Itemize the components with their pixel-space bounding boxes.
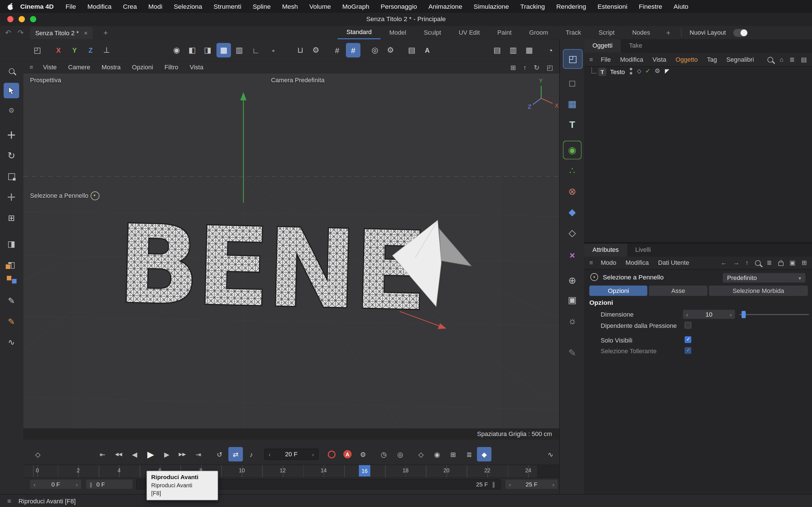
end-left-icon[interactable]: ‹: [509, 482, 511, 487]
coordinate-system-icon[interactable]: ⊥: [100, 43, 114, 57]
layout-standard[interactable]: Standard: [338, 26, 380, 40]
dimension-slider-handle[interactable]: [742, 311, 746, 318]
viewport-canvas[interactable]: BENE BENE Y Z X P: [23, 73, 559, 440]
layout-manager-icon[interactable]: ◰: [563, 49, 583, 69]
viewport-hamburger-icon[interactable]: ≡: [23, 64, 38, 71]
stepper-left-icon[interactable]: ‹: [686, 311, 688, 318]
vp-menu-opzioni[interactable]: Opzioni: [126, 64, 159, 71]
mograph-icon[interactable]: ∴: [563, 161, 581, 180]
cycle-mode-icon[interactable]: ⇄: [229, 447, 243, 461]
layout-nodes[interactable]: Nodes: [623, 26, 659, 39]
coordinates-tool-icon[interactable]: ⊞: [4, 210, 19, 226]
history-forward-icon[interactable]: →: [733, 259, 739, 267]
next-frame-icon[interactable]: ▶: [160, 447, 174, 461]
quantize-grid-icon[interactable]: #: [346, 43, 360, 57]
transform-tool-icon[interactable]: [4, 189, 19, 205]
color-swatch-orange[interactable]: [5, 264, 11, 270]
redo-icon[interactable]: ↷: [17, 26, 24, 40]
vp-menu-camere[interactable]: Camere: [62, 64, 96, 71]
objects-home-icon[interactable]: ⌂: [779, 56, 783, 63]
obj-menu-file[interactable]: File: [596, 56, 615, 63]
menu-volume[interactable]: Volume: [304, 3, 337, 10]
playhead-marker[interactable]: 16: [359, 465, 370, 476]
copy-panel-icon[interactable]: ▣: [790, 259, 795, 267]
text-object-icon[interactable]: T: [563, 115, 581, 134]
render-settings-a-icon[interactable]: A: [420, 43, 435, 57]
select-tool-icon[interactable]: [4, 83, 19, 98]
section-heading[interactable]: Opzioni: [589, 299, 613, 306]
menu-simulazione[interactable]: Simulazione: [468, 3, 515, 10]
camera-label[interactable]: Camera Predefinita: [246, 76, 349, 84]
scale-tool-icon[interactable]: [4, 169, 19, 184]
tab-take[interactable]: Take: [621, 40, 651, 53]
menu-animazione[interactable]: Animazione: [423, 3, 468, 10]
dimension-value[interactable]: 10: [705, 311, 712, 318]
obj-menu-modifica[interactable]: Modifica: [615, 56, 648, 63]
keying-settings-icon[interactable]: ⚙: [356, 447, 370, 461]
field-axis-icon[interactable]: ×: [563, 246, 581, 265]
playback-clock-icon[interactable]: ◷: [376, 447, 391, 461]
axis-y-toggle[interactable]: Y: [67, 43, 82, 57]
obj-menu-segnalibri[interactable]: Segnalibri: [722, 56, 759, 63]
menu-file[interactable]: File: [60, 3, 82, 10]
end-frame-value[interactable]: 25 F: [525, 481, 538, 487]
vp-menu-viste[interactable]: Viste: [37, 64, 62, 71]
annotate-icon[interactable]: ✎: [563, 344, 581, 362]
record-keyframe-icon[interactable]: [324, 447, 339, 461]
menu-estensioni[interactable]: Estensioni: [592, 3, 633, 10]
sculpt-pull-icon[interactable]: ◨: [4, 236, 19, 251]
pressure-checkbox[interactable]: [684, 322, 691, 328]
menu-mograph[interactable]: MoGraph: [337, 3, 375, 10]
frame-right-icon[interactable]: ›: [312, 452, 314, 457]
dimension-stepper[interactable]: ‹ 10 ›: [682, 309, 735, 319]
close-tab-icon[interactable]: ×: [84, 30, 88, 37]
menu-personaggio[interactable]: Personaggio: [375, 3, 423, 10]
attributes-search-icon[interactable]: [755, 260, 760, 266]
workplane-icon[interactable]: ∟: [249, 43, 263, 57]
range-end-handle-icon[interactable]: ∥: [492, 481, 495, 488]
start-frame-field[interactable]: ‹ 0 F ›: [30, 479, 82, 490]
volume-icon[interactable]: ◇: [563, 223, 581, 242]
texture-mode-icon[interactable]: ◨: [200, 43, 215, 57]
zoom-window-button[interactable]: [30, 16, 36, 22]
shape-primitive-icon[interactable]: □: [563, 74, 581, 93]
menu-strumenti[interactable]: Strumenti: [208, 3, 247, 10]
obj-menu-tag[interactable]: Tag: [702, 56, 722, 63]
app-menu-title[interactable]: Cinema 4D: [14, 3, 60, 10]
generator-sphere-icon[interactable]: ◉: [563, 141, 581, 159]
render-region-icon[interactable]: ▤: [404, 43, 419, 57]
keyframe-selection-icon[interactable]: ◎: [393, 447, 407, 461]
att-menu-modo[interactable]: Modo: [596, 259, 621, 267]
visible-only-checkbox[interactable]: [684, 336, 691, 343]
dolly-view-icon[interactable]: ↑: [523, 63, 527, 71]
layout-uvedit[interactable]: UV Edit: [450, 26, 489, 39]
menu-rendering[interactable]: Rendering: [551, 3, 592, 10]
tool-options-icon[interactable]: ⚙: [4, 103, 19, 118]
workplane-lock-icon[interactable]: ▪: [266, 43, 281, 57]
enabled-check-icon[interactable]: ✓: [645, 67, 651, 75]
target-icon[interactable]: ◎: [368, 43, 382, 57]
zoom-tool-icon[interactable]: [4, 63, 19, 78]
att-menu-dati-utente[interactable]: Dati Utente: [653, 259, 694, 267]
render-picture-viewer-icon[interactable]: ▥: [506, 43, 520, 57]
obj-menu-oggetto[interactable]: Oggetto: [671, 56, 702, 63]
record-position-icon[interactable]: ◇: [414, 447, 428, 461]
color-swatch-b[interactable]: [11, 278, 17, 284]
menu-aiuto[interactable]: Aiuto: [668, 3, 694, 10]
simulation-icon[interactable]: ◆: [563, 203, 581, 221]
current-frame-value[interactable]: 20 F: [285, 451, 297, 458]
object-name[interactable]: Testo: [610, 68, 625, 75]
end-frame-field[interactable]: ‹ 25 F ›: [505, 479, 558, 490]
snap-magnet-icon[interactable]: ⊔: [293, 43, 308, 57]
grid-icon[interactable]: #: [330, 43, 344, 57]
layout-toggle-switch[interactable]: [733, 29, 748, 37]
edit-render-settings-icon[interactable]: ▦: [522, 43, 536, 57]
render-view-icon[interactable]: ▤: [490, 43, 504, 57]
viewport-layout-icon[interactable]: ◰: [30, 43, 45, 57]
new-layout-label[interactable]: Nuovi Layout: [684, 29, 731, 36]
minimize-window-button[interactable]: [18, 16, 25, 22]
attributes-filter-icon[interactable]: ≣: [767, 259, 772, 267]
snap-settings-icon[interactable]: ⚙: [309, 43, 323, 57]
start-right-icon[interactable]: ›: [76, 482, 78, 487]
history-back-icon[interactable]: ←: [721, 259, 727, 267]
